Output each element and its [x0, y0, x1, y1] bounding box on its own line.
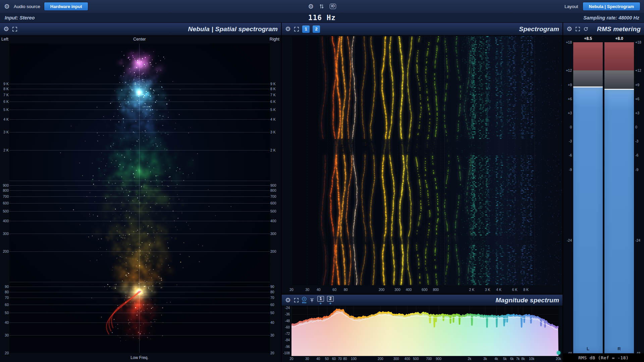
rms-left-value: +8.5: [573, 36, 603, 42]
magnitude-fullscreen-icon[interactable]: [294, 298, 299, 303]
tick-label: 8 K: [270, 87, 276, 91]
tick-label: 2 K: [270, 148, 276, 152]
tick-label: -24: [285, 306, 290, 310]
tick-label: -72: [285, 332, 290, 336]
tick-label: 20: [286, 357, 297, 361]
peak-hold-icon[interactable]: [310, 298, 314, 303]
spectrogram-view-2-button[interactable]: 2: [313, 25, 320, 33]
tick-label: 20: [5, 351, 9, 355]
tick-label: 3k: [480, 357, 490, 361]
channel-routing-icon[interactable]: [319, 4, 324, 9]
magnitude-trace-2-add-button[interactable]: +: [329, 302, 331, 305]
magnitude-trace-1-button[interactable]: 1: [317, 296, 324, 302]
tick-label: 20: [286, 288, 297, 292]
spatial-panel-header: ⚙ Nebula | Spatial spectrogram: [0, 23, 281, 36]
tick-label: 90: [5, 285, 9, 289]
tick-label: 600: [419, 288, 430, 292]
tick-label: 40: [270, 320, 274, 324]
audio-source-gear-icon[interactable]: ⚙: [4, 3, 10, 10]
tick-label: 2k: [465, 357, 475, 361]
spectrogram-settings-gear-icon[interactable]: ⚙: [285, 26, 291, 32]
spectrogram-panel: ⚙ 1 2 Spectrogram 2030406080200300400600…: [282, 23, 562, 294]
tick-label: 0: [570, 125, 572, 129]
rms-right-value: +8.0: [604, 36, 634, 42]
rms-reset-icon[interactable]: [583, 26, 588, 32]
rms-metering-panel: ⚙ RMS metering +8.5 +8.0 +18+12+9+6+30-3…: [563, 23, 644, 362]
tick-label: 500: [411, 357, 421, 361]
tick-label: -9: [635, 168, 638, 172]
io-icon[interactable]: IO: [330, 4, 336, 9]
tick-label: 20: [270, 351, 274, 355]
magnitude-trace-1-add-button[interactable]: +: [320, 302, 322, 305]
tick-label: +3: [635, 111, 639, 115]
topbar: ⚙ Audio source Hardware input ⚙ IO Layou…: [0, 0, 644, 23]
tick-label: +9: [568, 83, 572, 87]
spectrogram-canvas: [291, 36, 562, 285]
spectrogram-fullscreen-icon[interactable]: [294, 26, 299, 32]
magnitude-trace-2-button[interactable]: 2: [327, 296, 334, 302]
tick-label: 90: [270, 285, 274, 289]
app-window: ⚙ Audio source Hardware input ⚙ IO Layou…: [0, 0, 644, 362]
spatial-fullscreen-icon[interactable]: [12, 26, 17, 32]
magnitude-panel-body: -24-36-48-60-72-84-96-108 20304050607080…: [282, 306, 562, 362]
tick-label: 7 K: [270, 93, 276, 97]
rms-footer: RMS dB (Ref = -18): [563, 353, 644, 362]
magnitude-trace-1-group: 1 +: [317, 296, 324, 305]
spectrogram-plot-area: [291, 36, 562, 285]
tick-label: 30: [302, 288, 313, 292]
tick-label: 300: [391, 357, 401, 361]
rms-settings-gear-icon[interactable]: ⚙: [567, 26, 572, 32]
pan-axis-labels: Left Center Right: [0, 37, 281, 42]
rms-meter-area: L R: [573, 42, 634, 353]
tick-label: 30: [302, 357, 312, 361]
spatial-spectrogram-canvas: [9, 44, 270, 353]
tick-label: 80: [270, 290, 274, 294]
tick-label: 500: [3, 209, 9, 213]
tick-label: 50: [5, 311, 9, 315]
spatial-settings-gear-icon[interactable]: ⚙: [3, 26, 9, 32]
layout-preset-button[interactable]: Nebula | Spectrogram: [583, 2, 640, 10]
frequency-readout: 116 Hz: [308, 14, 336, 22]
magnitude-settings-gear-icon[interactable]: ⚙: [285, 297, 291, 303]
tick-label: 700: [3, 194, 9, 198]
tick-label: -84: [285, 338, 290, 342]
tick-label: +6: [568, 97, 572, 101]
tick-label: 200: [270, 249, 276, 253]
rms-scale-right: +18+12+9+6+30-3-6-9-24-48: [635, 42, 643, 353]
audio-source-group: ⚙ Audio source Hardware input: [4, 2, 308, 10]
pan-right-label: Right: [270, 37, 279, 42]
tick-label: -3: [569, 139, 572, 143]
spatial-panel-body: Left Center Right 9 K8 K7 K6 K5 K4 K3 K2…: [0, 36, 281, 362]
tick-label: 500: [270, 209, 276, 213]
tick-label: 400: [403, 288, 415, 292]
tick-label: -48: [285, 319, 290, 323]
live-toggle-button[interactable]: live: [302, 297, 307, 304]
tick-label: +18: [566, 40, 572, 44]
tick-label: 5 K: [270, 108, 276, 112]
tick-label: 4 K: [3, 117, 9, 121]
magnitude-panel-title: Magnitude spectrum: [496, 297, 559, 304]
resize-handle[interactable]: [557, 351, 560, 355]
spectrogram-view-1-button[interactable]: 1: [302, 25, 310, 33]
tick-label: 300: [270, 232, 276, 236]
tick-label: 40: [5, 320, 9, 324]
tick-label: 600: [270, 201, 276, 205]
rms-fullscreen-icon[interactable]: [575, 26, 580, 32]
tick-label: 4 K: [493, 288, 504, 292]
sampling-rate-label: Sampling rate: 48000 Hz: [583, 15, 639, 20]
tick-label: 9 K: [270, 82, 276, 86]
meter-bar-fill: [604, 90, 634, 353]
spectrogram-panel-header: ⚙ 1 2 Spectrogram: [282, 23, 562, 36]
magnitude-trace-2-group: 2 +: [327, 296, 334, 305]
topbar-row-1: ⚙ Audio source Hardware input ⚙ IO Layou…: [0, 0, 644, 13]
tick-label: 300: [3, 232, 9, 236]
spectrogram-panel-title: Spectrogram: [519, 25, 559, 33]
settings-gear-icon[interactable]: ⚙: [308, 3, 314, 10]
magnitude-plot-area: [291, 306, 558, 356]
tick-label: 2 K: [3, 148, 9, 152]
hardware-input-button[interactable]: Hardware input: [44, 2, 88, 10]
tick-label: 70: [5, 296, 9, 300]
tick-label: +6: [635, 97, 639, 101]
tick-label: 6 K: [270, 100, 276, 104]
tick-label: 30: [270, 333, 274, 337]
